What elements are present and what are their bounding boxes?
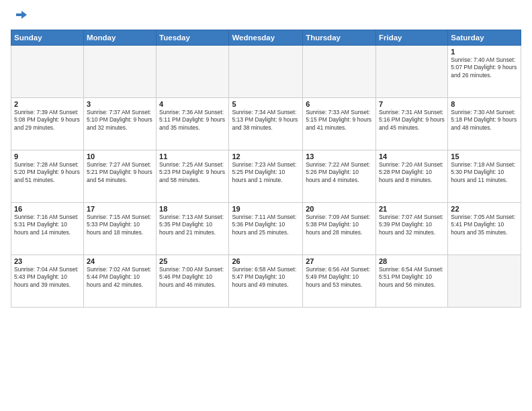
day-info: Sunrise: 7:05 AM Sunset: 5:41 PM Dayligh… bbox=[451, 214, 518, 236]
weekday-header-sunday: Sunday bbox=[11, 30, 84, 46]
day-number: 9 bbox=[14, 152, 81, 161]
weekday-header-monday: Monday bbox=[83, 30, 156, 46]
day-number: 25 bbox=[159, 257, 226, 265]
week-row-5: 23Sunrise: 7:04 AM Sunset: 5:43 PM Dayli… bbox=[11, 255, 521, 308]
day-info: Sunrise: 7:40 AM Sunset: 5:07 PM Dayligh… bbox=[451, 56, 518, 79]
day-cell: 15Sunrise: 7:18 AM Sunset: 5:30 PM Dayli… bbox=[448, 150, 521, 203]
day-cell bbox=[303, 46, 376, 98]
day-number: 24 bbox=[87, 257, 153, 265]
day-number: 7 bbox=[379, 100, 445, 108]
day-cell: 13Sunrise: 7:22 AM Sunset: 5:26 PM Dayli… bbox=[303, 150, 376, 203]
day-number: 5 bbox=[232, 100, 300, 108]
day-cell: 25Sunrise: 7:00 AM Sunset: 5:46 PM Dayli… bbox=[157, 255, 229, 308]
day-number: 16 bbox=[14, 205, 81, 213]
day-number: 14 bbox=[379, 152, 445, 161]
day-info: Sunrise: 7:33 AM Sunset: 5:15 PM Dayligh… bbox=[306, 109, 373, 132]
day-info: Sunrise: 7:13 AM Sunset: 5:35 PM Dayligh… bbox=[159, 214, 226, 236]
day-number: 21 bbox=[379, 205, 445, 213]
weekday-header-thursday: Thursday bbox=[303, 30, 376, 46]
page-header bbox=[11, 8, 521, 24]
day-info: Sunrise: 7:36 AM Sunset: 5:11 PM Dayligh… bbox=[159, 109, 226, 132]
day-info: Sunrise: 7:11 AM Sunset: 5:36 PM Dayligh… bbox=[232, 214, 300, 236]
day-cell bbox=[83, 46, 156, 98]
day-number: 15 bbox=[451, 152, 518, 161]
day-info: Sunrise: 7:30 AM Sunset: 5:18 PM Dayligh… bbox=[451, 109, 518, 132]
day-cell: 19Sunrise: 7:11 AM Sunset: 5:36 PM Dayli… bbox=[229, 203, 303, 255]
day-cell: 10Sunrise: 7:27 AM Sunset: 5:21 PM Dayli… bbox=[83, 150, 156, 203]
calendar-page: SundayMondayTuesdayWednesdayThursdayFrid… bbox=[0, 0, 532, 411]
logo bbox=[11, 8, 28, 24]
day-cell: 9Sunrise: 7:28 AM Sunset: 5:20 PM Daylig… bbox=[11, 150, 84, 203]
day-cell: 16Sunrise: 7:16 AM Sunset: 5:31 PM Dayli… bbox=[11, 203, 84, 255]
day-number: 2 bbox=[14, 100, 81, 108]
day-number: 17 bbox=[87, 205, 153, 213]
day-cell: 22Sunrise: 7:05 AM Sunset: 5:41 PM Dayli… bbox=[448, 203, 521, 255]
day-info: Sunrise: 7:34 AM Sunset: 5:13 PM Dayligh… bbox=[232, 109, 300, 132]
weekday-header-friday: Friday bbox=[375, 30, 447, 46]
day-cell: 2Sunrise: 7:39 AM Sunset: 5:08 PM Daylig… bbox=[11, 98, 84, 150]
day-number: 22 bbox=[451, 205, 518, 213]
day-number: 8 bbox=[451, 100, 518, 108]
day-cell bbox=[157, 46, 229, 98]
week-row-2: 2Sunrise: 7:39 AM Sunset: 5:08 PM Daylig… bbox=[11, 98, 521, 150]
day-cell: 20Sunrise: 7:09 AM Sunset: 5:38 PM Dayli… bbox=[303, 203, 376, 255]
day-info: Sunrise: 7:20 AM Sunset: 5:28 PM Dayligh… bbox=[379, 161, 445, 184]
day-info: Sunrise: 6:58 AM Sunset: 5:47 PM Dayligh… bbox=[232, 266, 300, 289]
day-info: Sunrise: 7:28 AM Sunset: 5:20 PM Dayligh… bbox=[14, 161, 81, 184]
day-cell: 27Sunrise: 6:56 AM Sunset: 5:49 PM Dayli… bbox=[303, 255, 376, 308]
day-number: 20 bbox=[306, 205, 373, 213]
day-number: 26 bbox=[232, 257, 300, 265]
day-info: Sunrise: 7:00 AM Sunset: 5:46 PM Dayligh… bbox=[159, 266, 226, 289]
day-number: 11 bbox=[159, 152, 226, 161]
day-info: Sunrise: 7:16 AM Sunset: 5:31 PM Dayligh… bbox=[14, 214, 81, 236]
day-info: Sunrise: 7:39 AM Sunset: 5:08 PM Dayligh… bbox=[14, 109, 81, 132]
day-number: 3 bbox=[87, 100, 153, 108]
week-row-1: 1Sunrise: 7:40 AM Sunset: 5:07 PM Daylig… bbox=[11, 46, 521, 98]
day-cell: 7Sunrise: 7:31 AM Sunset: 5:16 PM Daylig… bbox=[375, 98, 447, 150]
day-cell bbox=[229, 46, 303, 98]
day-number: 12 bbox=[232, 152, 300, 161]
day-info: Sunrise: 7:37 AM Sunset: 5:10 PM Dayligh… bbox=[87, 109, 153, 132]
weekday-header-tuesday: Tuesday bbox=[157, 30, 229, 46]
day-number: 18 bbox=[159, 205, 226, 213]
week-row-4: 16Sunrise: 7:16 AM Sunset: 5:31 PM Dayli… bbox=[11, 203, 521, 255]
day-info: Sunrise: 6:54 AM Sunset: 5:51 PM Dayligh… bbox=[379, 266, 445, 289]
day-cell: 24Sunrise: 7:02 AM Sunset: 5:44 PM Dayli… bbox=[83, 255, 156, 308]
calendar-table: SundayMondayTuesdayWednesdayThursdayFrid… bbox=[11, 30, 521, 308]
day-info: Sunrise: 6:56 AM Sunset: 5:49 PM Dayligh… bbox=[306, 266, 373, 289]
day-info: Sunrise: 7:25 AM Sunset: 5:23 PM Dayligh… bbox=[159, 161, 226, 184]
day-cell: 6Sunrise: 7:33 AM Sunset: 5:15 PM Daylig… bbox=[303, 98, 376, 150]
day-cell: 3Sunrise: 7:37 AM Sunset: 5:10 PM Daylig… bbox=[83, 98, 156, 150]
day-number: 1 bbox=[451, 48, 518, 56]
day-cell: 8Sunrise: 7:30 AM Sunset: 5:18 PM Daylig… bbox=[448, 98, 521, 150]
weekday-header-row: SundayMondayTuesdayWednesdayThursdayFrid… bbox=[11, 30, 521, 46]
day-info: Sunrise: 7:31 AM Sunset: 5:16 PM Dayligh… bbox=[379, 109, 445, 132]
day-cell bbox=[11, 46, 84, 98]
day-number: 19 bbox=[232, 205, 300, 213]
day-cell: 21Sunrise: 7:07 AM Sunset: 5:39 PM Dayli… bbox=[375, 203, 447, 255]
day-cell: 14Sunrise: 7:20 AM Sunset: 5:28 PM Dayli… bbox=[375, 150, 447, 203]
day-info: Sunrise: 7:07 AM Sunset: 5:39 PM Dayligh… bbox=[379, 214, 445, 236]
day-number: 4 bbox=[159, 100, 226, 108]
day-number: 27 bbox=[306, 257, 373, 265]
week-row-3: 9Sunrise: 7:28 AM Sunset: 5:20 PM Daylig… bbox=[11, 150, 521, 203]
day-cell: 4Sunrise: 7:36 AM Sunset: 5:11 PM Daylig… bbox=[157, 98, 229, 150]
day-cell: 23Sunrise: 7:04 AM Sunset: 5:43 PM Dayli… bbox=[11, 255, 84, 308]
day-info: Sunrise: 7:02 AM Sunset: 5:44 PM Dayligh… bbox=[87, 266, 153, 289]
day-cell: 26Sunrise: 6:58 AM Sunset: 5:47 PM Dayli… bbox=[229, 255, 303, 308]
day-number: 6 bbox=[306, 100, 373, 108]
logo-icon bbox=[12, 8, 28, 24]
day-info: Sunrise: 7:15 AM Sunset: 5:33 PM Dayligh… bbox=[87, 214, 153, 236]
day-info: Sunrise: 7:04 AM Sunset: 5:43 PM Dayligh… bbox=[14, 266, 81, 289]
weekday-header-saturday: Saturday bbox=[448, 30, 521, 46]
day-cell: 5Sunrise: 7:34 AM Sunset: 5:13 PM Daylig… bbox=[229, 98, 303, 150]
day-cell: 28Sunrise: 6:54 AM Sunset: 5:51 PM Dayli… bbox=[375, 255, 447, 308]
day-number: 13 bbox=[306, 152, 373, 161]
day-number: 28 bbox=[379, 257, 445, 265]
day-info: Sunrise: 7:23 AM Sunset: 5:25 PM Dayligh… bbox=[232, 161, 300, 184]
day-number: 23 bbox=[14, 257, 81, 265]
day-cell bbox=[448, 255, 521, 308]
day-info: Sunrise: 7:18 AM Sunset: 5:30 PM Dayligh… bbox=[451, 161, 518, 184]
day-cell: 18Sunrise: 7:13 AM Sunset: 5:35 PM Dayli… bbox=[157, 203, 229, 255]
day-cell: 1Sunrise: 7:40 AM Sunset: 5:07 PM Daylig… bbox=[448, 46, 521, 98]
